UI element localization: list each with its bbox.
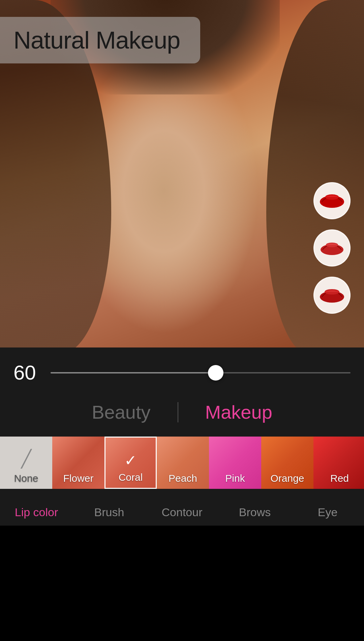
slider-value: 60 [13, 361, 40, 384]
swatch-none[interactable]: ╱ None [0, 437, 52, 489]
swatch-peach-label: Peach [169, 473, 197, 484]
swatch-none-inner: ╱ None [0, 437, 52, 489]
swatch-none-label: None [14, 473, 38, 484]
swatch-flower-inner: Flower [52, 437, 104, 489]
swatch-orange-label: Orange [270, 473, 304, 484]
swatch-red[interactable]: Red [313, 437, 364, 489]
nav-brows-label: Brows [239, 506, 271, 519]
swatch-coral-check: ✓ [124, 451, 137, 469]
nav-contour-label: Contour [162, 506, 203, 519]
bottom-nav: Lip color Brush Contour Brows Eye [0, 502, 364, 526]
swatch-pink[interactable]: Pink [209, 437, 261, 489]
swatch-peach-inner: Peach [157, 437, 209, 489]
lip-style-buttons [313, 182, 351, 314]
nav-lip-color[interactable]: Lip color [0, 506, 73, 519]
swatch-pink-inner: Pink [209, 437, 261, 489]
nav-lip-color-label: Lip color [15, 506, 58, 519]
title-overlay: Natural Makeup [0, 17, 200, 63]
tab-beauty[interactable]: Beauty [65, 401, 177, 423]
page-title: Natural Makeup [13, 27, 180, 54]
nav-brush-label: Brush [94, 506, 124, 519]
swatch-red-label: Red [330, 473, 349, 484]
swatch-orange-inner: Orange [261, 437, 313, 489]
swatch-orange[interactable]: Orange [261, 437, 313, 489]
swatch-coral[interactable]: ✓ Coral [104, 437, 157, 489]
nav-eye-label: Eye [318, 506, 338, 519]
lip-style-button-3[interactable] [313, 277, 351, 314]
slider-fill [51, 372, 216, 373]
slider-thumb[interactable] [208, 365, 223, 381]
swatch-coral-label: Coral [119, 472, 143, 483]
slider-track[interactable] [51, 372, 351, 373]
nav-contour[interactable]: Contour [146, 506, 218, 519]
nav-eye[interactable]: Eye [291, 506, 364, 519]
swatch-flower-label: Flower [63, 473, 93, 484]
intensity-slider-row: 60 [0, 361, 364, 384]
swatch-peach[interactable]: Peach [157, 437, 209, 489]
photo-area: Natural Makeup [0, 0, 364, 347]
swatches-row: ╱ None Flower ✓ Coral Peach Pink [0, 437, 364, 489]
nav-brows[interactable]: Brows [218, 506, 291, 519]
swatch-flower[interactable]: Flower [52, 437, 104, 489]
swatch-pink-label: Pink [225, 473, 245, 484]
swatch-coral-inner: ✓ Coral [105, 438, 156, 488]
swatch-red-inner: Red [313, 437, 364, 489]
tab-makeup[interactable]: Makeup [178, 401, 299, 423]
lip-style-button-1[interactable] [313, 182, 351, 219]
lip-style-button-2[interactable] [313, 229, 351, 267]
nav-brush[interactable]: Brush [73, 506, 146, 519]
mode-tabs: Beauty Makeup [0, 401, 364, 423]
controls-area: 60 Beauty Makeup ╱ None Flower ✓ [0, 347, 364, 526]
